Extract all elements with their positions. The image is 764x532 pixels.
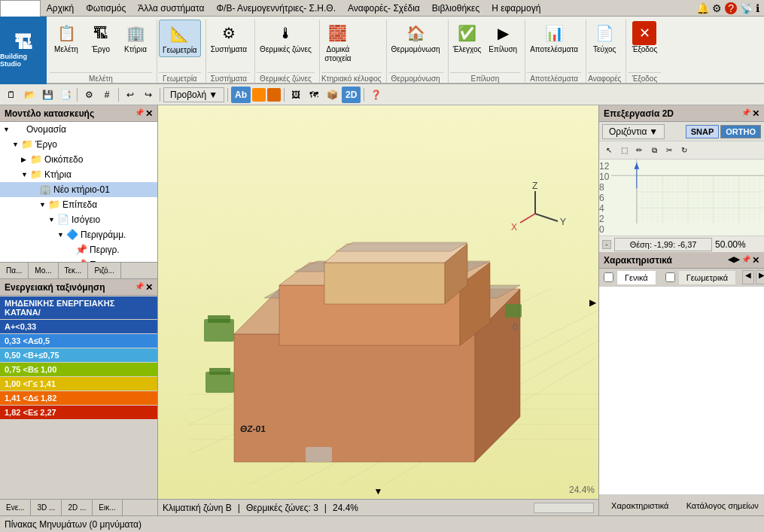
menu-fb[interactable]: Φ/Β- Ανεμογεννήτριες- Σ.Η.Θ. — [211, 0, 342, 17]
energy-item-eg[interactable]: 1,00 <Γ≤ 1,41 — [0, 377, 157, 391]
toolbar-new[interactable]: 🗒 — [3, 87, 20, 103]
tab-tek[interactable]: Τεκ... — [59, 263, 89, 278]
elegxos-ribbon-btn[interactable]: ✅ Έλεγχος — [450, 20, 485, 56]
tab-pa[interactable]: Πα... — [0, 263, 29, 278]
thermomono-ribbon-btn[interactable]: 🏠 Θερμομόνωση — [388, 20, 443, 56]
energy-tab-3d[interactable]: 3D ... — [31, 500, 62, 515]
menu-fotismos[interactable]: Φωτισμός — [80, 0, 132, 17]
tree-arrow-isogeio[interactable]: ▼ — [48, 216, 57, 223]
edit-2d-close[interactable]: ✕ — [752, 108, 759, 119]
copy-icon[interactable]: ⧉ — [647, 144, 661, 157]
energy-item-e0[interactable]: ΜΗΔΕΝΙΚΗΣ ΕΝΕΡΓΕΙΑΚΗΣ ΚΑΤΑΝΑ/ — [0, 296, 157, 319]
exodos-ribbon-btn[interactable]: ✕ Έξοδος — [628, 20, 661, 56]
char-footer-char-btn[interactable]: Χαρακτηριστικά — [599, 495, 682, 515]
select-icon[interactable]: ⬚ — [617, 144, 631, 157]
tree-arrow-ergo[interactable]: ▼ — [12, 141, 21, 148]
ktirie-ribbon-btn[interactable]: 🏢 Κτήρια — [119, 20, 152, 56]
tree-arrow-onomasia[interactable]: ▼ — [3, 126, 12, 133]
char-footer-catalog-btn[interactable]: Κατάλογος σημείων — [682, 495, 765, 515]
geometrika-checkbox[interactable] — [665, 272, 675, 282]
menu-alla[interactable]: Άλλα συστήματα — [132, 0, 210, 17]
domika-ribbon-btn[interactable]: 🧱 Δομικάστοιχεία — [321, 20, 355, 65]
toolbar-color2[interactable] — [267, 88, 281, 102]
tree-arrow-oikopedo[interactable]: ▶ — [21, 156, 30, 163]
char-panel-expand[interactable]: ◀▶ — [728, 255, 740, 266]
ergo-ribbon-btn[interactable]: 🏗 Έργο — [84, 20, 117, 56]
energy-tab-eik[interactable]: Εικ... — [93, 500, 122, 515]
energy-panel-close[interactable]: ✕ — [145, 282, 153, 293]
char-panel-pin[interactable]: 📌 — [741, 255, 750, 266]
snap-btn[interactable]: SNAP — [686, 125, 720, 138]
menu-arxeio[interactable]: Αρχείο — [0, 0, 41, 17]
tab-mo[interactable]: Μο... — [29, 263, 58, 278]
geometria-ribbon-btn[interactable]: 📐 Γεωμετρία — [159, 20, 201, 57]
apotelesmata-ribbon-btn[interactable]: 📊 Αποτελέσματα — [527, 20, 581, 56]
menu-arxiki[interactable]: Αρχική — [41, 0, 80, 17]
thermikes-ribbon-btn[interactable]: 🌡 Θερμικές ζώνες — [257, 20, 315, 56]
toolbar-color1[interactable] — [252, 88, 266, 102]
meleti-ribbon-btn[interactable]: 📋 Μελέτη — [50, 20, 83, 56]
toolbar-redo[interactable]: ↪ — [140, 87, 157, 103]
help-icon[interactable]: ? — [725, 2, 737, 14]
toolbar-open[interactable]: 📂 — [21, 87, 38, 103]
toolbar-img2[interactable]: 🗺 — [306, 87, 322, 103]
edit-2d-pin[interactable]: 📌 — [741, 108, 750, 119]
viewport-3d[interactable]: ΘΖ-01 Z X Y — [158, 105, 598, 499]
pos-bar-btn[interactable]: - — [602, 240, 611, 249]
toolbar-save[interactable]: 💾 — [39, 87, 56, 103]
toolbar-2d[interactable]: 2D — [342, 87, 361, 103]
char-arrow-right[interactable]: ▶ — [756, 270, 764, 284]
oriz-dropdown[interactable]: Οριζόντια ▼ — [602, 124, 665, 139]
scroll-right[interactable]: ▶ — [589, 297, 596, 308]
ortho-btn[interactable]: ORTHO — [720, 125, 761, 138]
tree-item-neo-ktirie[interactable]: 🏢Νέο κτήριο-01 — [0, 182, 157, 197]
toolbar-grid[interactable]: # — [99, 87, 115, 103]
tree-item-onomasia[interactable]: ▼Ονομασία — [0, 122, 157, 137]
energy-item-ea[interactable]: Α+<0,33 — [0, 320, 157, 333]
menu-efarmogi[interactable]: Η εφαρμογή — [485, 0, 546, 17]
cursor-icon[interactable]: ↖ — [602, 144, 616, 157]
tree-item-ergo[interactable]: ▼📁Έργο — [0, 137, 157, 152]
building-studio-btn[interactable]: 🏗 Building Studio — [0, 17, 47, 84]
model-panel-pin[interactable]: 📌 — [135, 108, 144, 119]
menu-bibliothikes[interactable]: Βιβλιοθήκες — [426, 0, 485, 17]
edit-2d-content[interactable]: 121086420-2-4 — [599, 160, 764, 236]
energy-tab-ene[interactable]: Ενε... — [0, 500, 31, 515]
toolbar-help[interactable]: ❓ — [367, 87, 384, 103]
toolbar-img1[interactable]: 🖼 — [288, 87, 304, 103]
scroll-down[interactable]: ▼ — [374, 486, 383, 497]
toolbar-settings[interactable]: ⚙ — [81, 87, 97, 103]
char-panel-close[interactable]: ✕ — [752, 255, 759, 266]
char-tab-genika[interactable]: Γενικά — [616, 270, 656, 284]
toolbar-3d[interactable]: 📦 — [324, 87, 340, 103]
tree-item-isogeio[interactable]: ▼📄Ισόγειο — [0, 212, 157, 227]
epilysi-ribbon-btn[interactable]: ▶ Επίλυση — [485, 20, 520, 56]
systimata-ribbon-btn[interactable]: ⚙ Συστήματα — [208, 20, 250, 56]
rotate-icon[interactable]: ↻ — [677, 144, 691, 157]
model-panel-close[interactable]: ✕ — [145, 108, 153, 119]
toolbar-saveas[interactable]: 📑 — [57, 87, 74, 103]
tree-arrow-ktirie[interactable]: ▼ — [21, 171, 30, 178]
energy-panel-pin[interactable]: 📌 — [135, 282, 144, 293]
tree-item-perigr1[interactable]: 📌Περιγρ. — [0, 242, 157, 257]
tree-item-ktirie[interactable]: ▼📁Κτήρια — [0, 167, 157, 182]
tree-arrow-peragramm[interactable]: ▼ — [57, 231, 66, 239]
energy-item-ea2[interactable]: 0,33 <Α≤0,5 — [0, 334, 157, 348]
char-arrow-left[interactable]: ◀ — [742, 270, 754, 284]
minimize-icon[interactable]: 🔔 — [696, 2, 709, 14]
tab-rizo[interactable]: Ριζό... — [88, 263, 121, 278]
move-icon[interactable]: ✂ — [662, 144, 676, 157]
draw-icon[interactable]: ✏ — [632, 144, 646, 157]
energy-item-ed[interactable]: 1,41 <Δ≤ 1,82 — [0, 391, 157, 405]
genika-checkbox[interactable] — [604, 272, 613, 282]
energy-tab-2d[interactable]: 2D ... — [62, 500, 93, 515]
tree-item-epipeda[interactable]: ▼📁Επίπεδα — [0, 197, 157, 212]
provolh-dropdown[interactable]: Προβολή ▼ — [163, 87, 224, 102]
tree-item-peragramm[interactable]: ▼🔷Περιγράμμ. — [0, 227, 157, 242]
energy-item-eb[interactable]: 0,50 <Β+≤0,75 — [0, 348, 157, 362]
energy-item-ee[interactable]: 1,82 <Ε≤ 2,27 — [0, 406, 157, 419]
menu-anafores[interactable]: Αναφορές- Σχέδια — [342, 0, 426, 17]
char-tab-geometrika[interactable]: Γεωμετρικά — [678, 270, 737, 284]
tree-item-oikopedo[interactable]: ▶📁Οικόπεδο — [0, 152, 157, 167]
toolbar-ab[interactable]: Ab — [231, 87, 251, 103]
